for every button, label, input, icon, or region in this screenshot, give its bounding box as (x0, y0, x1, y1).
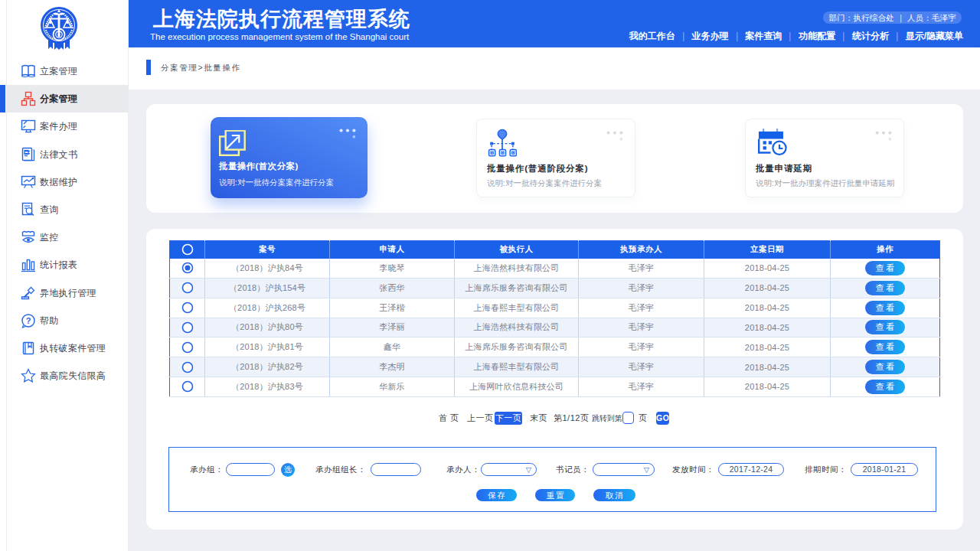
svg-text:?: ? (26, 316, 31, 325)
